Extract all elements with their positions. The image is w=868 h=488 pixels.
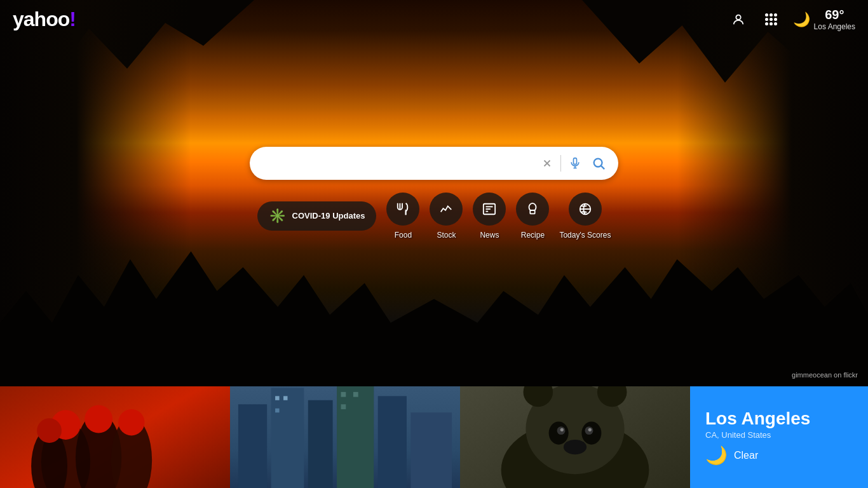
news-card-bear[interactable]	[460, 386, 690, 488]
microphone-icon	[569, 157, 581, 170]
quick-links: ✳️ COVID-19 Updates Food	[257, 193, 611, 240]
svg-rect-39	[337, 386, 374, 488]
weather-info: 69° Los Angeles	[814, 8, 855, 31]
quick-link-recipe[interactable]: Recipe	[516, 193, 549, 240]
user-button[interactable]	[727, 8, 750, 31]
news-card-football[interactable]	[0, 386, 230, 488]
svg-rect-3	[574, 158, 577, 165]
svg-rect-35	[275, 409, 279, 412]
city-scene-graphic	[230, 386, 460, 488]
food-label: Food	[395, 231, 412, 240]
search-icon	[592, 156, 606, 170]
news-section: Los Angeles CA, United States 🌙 Clear	[0, 386, 868, 488]
news-icon	[482, 202, 496, 216]
grid-icon	[765, 13, 777, 25]
quick-link-covid[interactable]: ✳️ COVID-19 Updates	[257, 201, 377, 231]
svg-point-49	[560, 428, 564, 431]
news-icon-circle	[473, 193, 506, 226]
moon-icon: 🌙	[793, 11, 810, 28]
football-scene-graphic	[0, 386, 230, 488]
stock-icon-circle	[430, 193, 463, 226]
basketball-icon	[578, 202, 592, 216]
covid-icon: ✳️	[269, 208, 286, 224]
news-card-city[interactable]	[230, 386, 460, 488]
header-right: 🌙 69° Los Angeles	[727, 8, 855, 31]
svg-point-25	[37, 418, 62, 443]
logo-exclaim: !	[69, 8, 76, 30]
search-bar	[250, 147, 618, 180]
clear-icon	[541, 158, 553, 169]
svg-line-7	[601, 166, 604, 169]
search-submit-button[interactable]	[587, 154, 611, 173]
apps-button[interactable]	[760, 8, 783, 31]
weather-card-row: 🌙 Clear	[705, 445, 853, 466]
svg-point-0	[736, 15, 740, 19]
logo-text: yahoo	[13, 8, 69, 30]
header: yahoo! 🌙 69°	[0, 0, 868, 39]
svg-rect-33	[275, 396, 279, 400]
recipe-label: Recipe	[521, 231, 545, 240]
weather-card[interactable]: Los Angeles CA, United States 🌙 Clear	[690, 386, 868, 488]
search-clear-button[interactable]	[536, 155, 558, 172]
scores-label: Today's Scores	[559, 231, 611, 240]
food-icon-circle	[386, 193, 419, 226]
food-icon	[396, 202, 410, 216]
quick-link-stock[interactable]: Stock	[430, 193, 463, 240]
quick-link-news[interactable]: News	[473, 193, 506, 240]
svg-rect-34	[283, 396, 287, 400]
svg-rect-32	[410, 412, 452, 488]
search-divider	[560, 155, 561, 172]
svg-point-23	[85, 405, 112, 433]
search-input[interactable]	[262, 157, 536, 170]
news-label: News	[480, 231, 499, 240]
svg-rect-31	[378, 396, 407, 488]
user-icon	[731, 13, 745, 27]
svg-rect-29	[308, 400, 333, 488]
stock-label: Stock	[437, 231, 456, 240]
photo-credit: gimmeocean on flickr	[792, 371, 858, 379]
svg-rect-15	[531, 210, 535, 214]
weather-card-condition: Clear	[734, 450, 758, 461]
weather-temp: 69°	[825, 8, 844, 22]
weather-city: Los Angeles	[814, 22, 855, 31]
quick-link-food[interactable]: Food	[386, 193, 419, 240]
bear-scene-graphic	[460, 386, 690, 488]
stock-icon	[439, 202, 453, 216]
weather-card-region: CA, United States	[705, 430, 853, 440]
svg-point-51	[564, 440, 587, 454]
yahoo-logo[interactable]: yahoo!	[13, 8, 76, 31]
weather-card-city: Los Angeles	[705, 409, 853, 429]
voice-search-button[interactable]	[564, 154, 587, 172]
search-container: ✳️ COVID-19 Updates Food	[250, 147, 618, 240]
hero-section: yahoo! 🌙 69°	[0, 0, 868, 386]
svg-point-24	[118, 409, 144, 435]
quick-link-scores[interactable]: Today's Scores	[559, 193, 611, 240]
recipe-icon	[526, 202, 539, 216]
recipe-icon-circle	[516, 193, 549, 226]
scores-icon-circle	[569, 193, 602, 226]
header-weather[interactable]: 🌙 69° Los Angeles	[793, 8, 855, 31]
svg-rect-27	[238, 404, 267, 488]
svg-point-6	[594, 159, 602, 167]
svg-point-50	[588, 428, 592, 431]
weather-card-moon-icon: 🌙	[705, 445, 728, 466]
svg-rect-28	[271, 388, 304, 488]
covid-label: COVID-19 Updates	[292, 211, 365, 222]
